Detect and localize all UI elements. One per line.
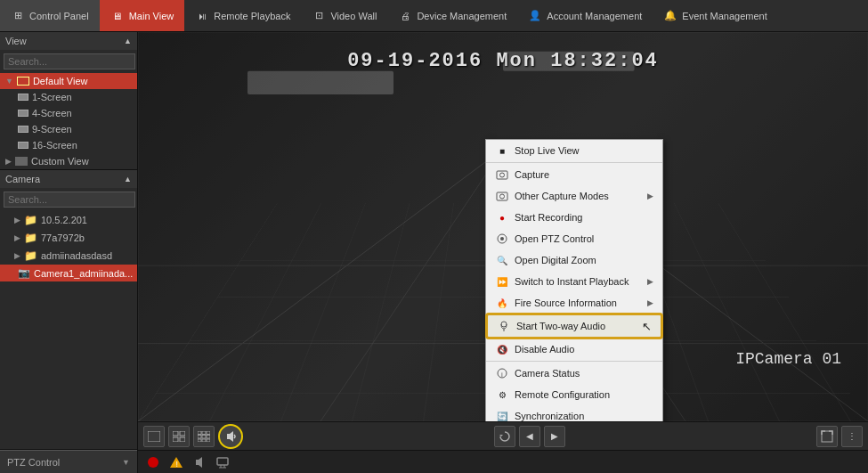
view-section-header[interactable]: View ▲ xyxy=(0,32,137,50)
svg-marker-35 xyxy=(499,435,503,436)
audio-btn[interactable] xyxy=(218,424,243,449)
status-icon-monitor[interactable] xyxy=(215,454,231,470)
ctx-sync[interactable]: 🔄 Synchronization xyxy=(486,405,662,421)
camera-item-77[interactable]: ▶ 📁 77a7972b xyxy=(0,229,137,247)
nav-video-wall[interactable]: ⊡ Video Wall xyxy=(301,0,387,31)
expand-icon-77: ▶ xyxy=(14,233,20,242)
camera-search-input[interactable] xyxy=(4,192,135,208)
status-icon-warning[interactable]: ! xyxy=(168,454,184,470)
ctx-other-capture[interactable]: Other Capture Modes ▶ xyxy=(486,185,662,207)
nav-account-management[interactable]: 👤 Account Management xyxy=(517,0,653,31)
camera-item-admin[interactable]: ▶ 📁 admiinadasdasd xyxy=(0,247,137,265)
account-management-icon: 👤 xyxy=(528,9,542,23)
refresh-btn[interactable] xyxy=(494,426,515,447)
ctx-stop-live[interactable]: ■ Stop Live View xyxy=(486,140,662,161)
nav-device-management[interactable]: 🖨 Device Management xyxy=(387,0,517,31)
svg-rect-8 xyxy=(247,71,393,94)
video-background: 09-19-2016 Mon 18:32:04 IPCamera 01 ■ St… xyxy=(138,32,868,421)
svg-rect-24 xyxy=(180,437,185,442)
sub-arrow-7: ▶ xyxy=(647,298,653,307)
svg-point-15 xyxy=(500,237,504,241)
top-navigation: ⊞ Control Panel 🖥 Main View ⏯ Remote Pla… xyxy=(0,0,868,32)
video-wall-icon: ⊡ xyxy=(312,9,326,23)
svg-rect-22 xyxy=(180,431,185,436)
event-management-icon: 🔔 xyxy=(663,9,677,23)
next-btn[interactable]: ▶ xyxy=(544,426,565,447)
camera-section-header[interactable]: Camera ▲ xyxy=(0,170,137,188)
view-collapse-arrow: ▲ xyxy=(124,37,132,45)
fire-source-icon: 🔥 xyxy=(495,296,509,310)
nav-remote-playback[interactable]: ⏯ Remote Playback xyxy=(184,0,301,31)
tree-item-custom-view[interactable]: ▶ Custom View xyxy=(0,153,137,169)
ctx-open-ptz[interactable]: Open PTZ Control xyxy=(486,228,662,249)
screen-icon xyxy=(18,94,28,101)
ctx-switch-instant[interactable]: ⏩ Switch to Instant Playback ▶ xyxy=(486,271,662,292)
svg-point-16 xyxy=(501,322,507,327)
tree-item-9screen[interactable]: 9-Screen xyxy=(0,121,137,137)
ctx-open-digital[interactable]: 🔍 Open Digital Zoom xyxy=(486,249,662,271)
control-panel-icon: ⊞ xyxy=(11,9,25,23)
sub-arrow-6: ▶ xyxy=(647,277,653,286)
svg-point-11 xyxy=(500,173,505,177)
ctx-start-two-way[interactable]: Start Two-way Audio ↖ xyxy=(486,314,662,338)
more-options-btn[interactable]: ⋮ xyxy=(841,426,863,447)
cursor-hint: ↖ xyxy=(642,320,652,333)
switch-instant-icon: ⏩ xyxy=(495,274,509,289)
disable-audio-icon: 🔇 xyxy=(495,342,509,356)
start-two-way-icon xyxy=(497,319,511,333)
other-capture-icon xyxy=(495,189,509,203)
camera-icon-1: 📷 xyxy=(18,267,30,279)
stop-live-icon: ■ xyxy=(495,143,509,158)
ctx-remote-config[interactable]: ⚙ Remote Configuration xyxy=(486,384,662,405)
expand-icon: ▼ xyxy=(5,77,13,86)
svg-rect-28 xyxy=(198,435,201,438)
bottom-toolbar: ◀ ▶ ⋮ xyxy=(138,421,868,450)
remote-playback-icon: ⏯ xyxy=(195,9,209,23)
nav-control-panel[interactable]: ⊞ Control Panel xyxy=(0,0,100,31)
nav-main-view[interactable]: 🖥 Main View xyxy=(100,0,185,31)
svg-marker-34 xyxy=(227,431,233,442)
nav-event-management[interactable]: 🔔 Event Management xyxy=(653,0,777,31)
main-layout: View ▲ 🔍 ▼ Default View 1-Screen 4-Scree… xyxy=(0,32,868,473)
camera-item-1[interactable]: 📷 Camera1_admiinada... xyxy=(0,265,137,281)
svg-rect-25 xyxy=(198,431,201,435)
screen-icon-4 xyxy=(18,110,28,117)
layout-btn-1[interactable] xyxy=(143,426,165,447)
ctx-fire-source[interactable]: 🔥 Fire Source Information ▶ xyxy=(486,292,662,314)
video-timestamp: 09-19-2016 Mon 18:32:04 xyxy=(347,50,659,72)
tree-item-4screen[interactable]: 4-Screen xyxy=(0,105,137,121)
ctx-capture[interactable]: Capture xyxy=(486,164,662,185)
camera-search-row: 🔍 xyxy=(0,188,137,211)
svg-point-13 xyxy=(500,194,505,199)
open-digital-icon: 🔍 xyxy=(495,253,509,267)
svg-rect-12 xyxy=(497,192,507,200)
layout-btn-4[interactable] xyxy=(168,426,190,447)
folder-icon-admin: 📁 xyxy=(24,249,37,262)
tree-item-16screen[interactable]: 16-Screen xyxy=(0,137,137,153)
fullscreen-tb-btn[interactable] xyxy=(816,426,838,447)
layout-btn-9[interactable] xyxy=(193,426,215,447)
svg-point-37 xyxy=(148,457,158,468)
prev-btn[interactable]: ◀ xyxy=(519,426,540,447)
sub-arrow-2: ▶ xyxy=(647,192,653,200)
view-search-row: 🔍 xyxy=(0,50,137,73)
ctx-camera-status[interactable]: i Camera Status xyxy=(486,363,662,384)
status-icon-record[interactable] xyxy=(145,454,161,470)
ptz-section[interactable]: PTZ Control ▼ xyxy=(0,450,137,473)
svg-rect-41 xyxy=(217,458,228,465)
view-search-input[interactable] xyxy=(4,53,135,69)
open-ptz-icon xyxy=(495,232,509,246)
main-view-icon: 🖥 xyxy=(110,9,125,23)
camera-item-10[interactable]: ▶ 📁 10.5.2.201 xyxy=(0,211,137,229)
tree-item-default-view[interactable]: ▼ Default View xyxy=(0,73,137,89)
status-icon-sound[interactable] xyxy=(191,454,207,470)
svg-rect-31 xyxy=(198,439,201,442)
video-area[interactable]: 09-19-2016 Mon 18:32:04 IPCamera 01 ■ St… xyxy=(138,32,868,421)
svg-marker-40 xyxy=(196,457,202,468)
ctx-start-recording[interactable]: ● Start Recording xyxy=(486,207,662,228)
tree-item-1screen[interactable]: 1-Screen xyxy=(0,89,137,105)
sync-icon: 🔄 xyxy=(495,409,509,421)
ctx-disable-audio[interactable]: 🔇 Disable Audio xyxy=(486,338,662,360)
svg-rect-30 xyxy=(207,435,210,438)
screen-icon-9 xyxy=(18,126,28,133)
